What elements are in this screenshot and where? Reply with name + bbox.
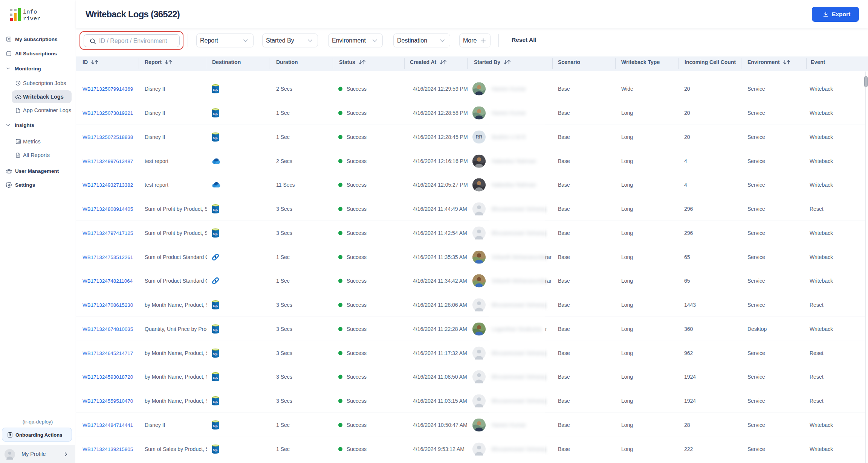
svg-text:SQL: SQL (213, 305, 218, 308)
svg-text:SQL: SQL (213, 401, 218, 404)
svg-text:SQL: SQL (213, 376, 218, 379)
svg-text:SQL: SQL (213, 113, 218, 116)
svg-text:SQL: SQL (213, 328, 218, 331)
svg-text:RR: RR (476, 134, 483, 140)
svg-text:SQL: SQL (213, 88, 218, 91)
svg-text:SQL: SQL (213, 424, 218, 427)
svg-text:SQL: SQL (213, 352, 218, 355)
svg-text:SQL: SQL (213, 232, 218, 235)
svg-text:SQL: SQL (213, 448, 218, 451)
svg-text:SQL: SQL (213, 209, 218, 212)
svg-text:SQL: SQL (213, 136, 218, 139)
